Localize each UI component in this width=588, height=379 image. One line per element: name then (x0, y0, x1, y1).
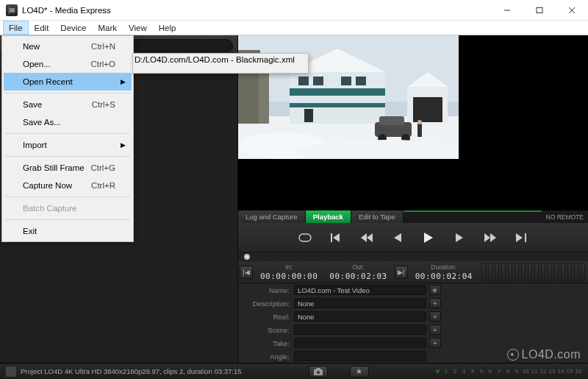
menu-import[interactable]: Import ▶ (4, 136, 132, 154)
scene-field[interactable] (294, 325, 426, 335)
meta-scene-row: Scene: + (238, 323, 588, 336)
play-button[interactable] (420, 230, 437, 246)
svg-rect-38 (413, 97, 442, 122)
audio-slider[interactable] (528, 263, 532, 281)
ch-label: 10 (522, 368, 529, 375)
shuttle-knob[interactable] (244, 254, 250, 260)
mode-tabs: Log and Capture Playback Edit to Tape NO… (238, 210, 588, 223)
menu-capture-label: Capture Now (23, 181, 72, 190)
audio-slider[interactable] (508, 263, 512, 281)
fast-fwd-button[interactable] (482, 230, 498, 246)
audio-slider[interactable] (554, 263, 559, 281)
recent-file-label: D:/LO4D.com/LO4D.com - Blackmagic.xml (135, 55, 295, 64)
app-icon (6, 4, 18, 16)
ch-label: 15 (566, 368, 573, 375)
menu-exit[interactable]: Exit (4, 222, 132, 240)
menu-capture-now[interactable]: Capture Now Ctrl+R (4, 177, 132, 194)
audio-slider[interactable] (521, 263, 526, 281)
menu-grab-shortcut: Ctrl+G (90, 163, 115, 172)
ch-label: 8 (504, 368, 512, 375)
go-end-button[interactable] (513, 230, 529, 246)
name-field[interactable]: LO4D.com - Test Video (294, 285, 426, 295)
video-indicator: V (436, 368, 440, 375)
menu-bar: File Edit Device Mark View Help (0, 21, 588, 35)
rewind-button[interactable] (359, 230, 375, 246)
tab-edit-to-tape[interactable]: Edit to Tape (351, 210, 404, 223)
audio-slider[interactable] (581, 263, 585, 281)
desc-field[interactable]: None (294, 298, 426, 308)
svg-rect-0 (9, 8, 15, 13)
angle-field[interactable] (294, 351, 426, 361)
menu-grab-still[interactable]: Grab Still Frame Ctrl+G (4, 159, 132, 177)
audio-slider[interactable] (534, 263, 539, 281)
take-field[interactable] (294, 338, 426, 348)
in-label: In: (285, 263, 292, 271)
svg-rect-47 (299, 234, 311, 241)
menu-new[interactable]: New Ctrl+N (4, 38, 132, 55)
reel-field[interactable]: None (294, 311, 426, 322)
menu-open[interactable]: Open... Ctrl+O (4, 55, 132, 73)
audio-slider[interactable] (574, 263, 578, 281)
mark-out-button[interactable]: ▶| (395, 266, 408, 279)
star-icon[interactable]: ★ (429, 285, 441, 295)
menu-help[interactable]: Help (153, 21, 182, 35)
go-start-button[interactable] (328, 230, 344, 246)
ch-label: 2 (451, 368, 459, 375)
status-bar: Project LO4D 4K Ultra HD 3840x2160p29.97… (0, 363, 588, 379)
menu-view[interactable]: View (123, 21, 153, 35)
plus-icon[interactable]: + (429, 298, 441, 308)
audio-slider[interactable] (488, 263, 492, 281)
menu-exit-label: Exit (23, 227, 37, 235)
audio-slider[interactable] (514, 263, 519, 281)
svg-rect-60 (316, 368, 320, 370)
menu-device[interactable]: Device (54, 21, 92, 35)
menu-save[interactable]: Save Ctrl+S (4, 96, 132, 113)
menu-open-recent[interactable]: Open Recent ▶ (4, 73, 132, 91)
capture-still-button[interactable] (309, 366, 328, 378)
audio-channel-indicator: V 1 2 3 4 5 6 7 8 9 10 11 12 13 14 15 16 (436, 368, 582, 375)
svg-rect-40 (379, 116, 404, 125)
plus-icon[interactable]: + (429, 338, 441, 348)
watermark-text: LO4D.com (522, 348, 581, 361)
desc-label: Description: (238, 300, 294, 308)
minimize-button[interactable] (491, 0, 523, 20)
out-value[interactable]: 00:00:02:03 (329, 272, 387, 281)
favorite-button[interactable]: ★ (350, 366, 369, 378)
mark-in-button[interactable]: |◀ (240, 266, 253, 279)
menu-save-as[interactable]: Save As... (4, 113, 132, 131)
loop-button[interactable] (297, 230, 313, 246)
take-label: Take: (238, 339, 294, 347)
chevron-right-icon: ▶ (121, 141, 126, 149)
audio-slider[interactable] (541, 263, 545, 281)
in-value[interactable]: 00:00:00:00 (260, 272, 318, 281)
tab-playback[interactable]: Playback (306, 210, 351, 223)
step-back-button[interactable] (390, 230, 406, 246)
viewer-panel: Log and Capture Playback Edit to Tape NO… (238, 35, 588, 363)
ch-label: 13 (548, 368, 556, 375)
chevron-right-icon: ▶ (121, 78, 126, 85)
audio-slider[interactable] (561, 263, 565, 281)
audio-slider[interactable] (501, 263, 506, 281)
menu-save-as-label: Save As... (23, 118, 61, 127)
step-fwd-button[interactable] (451, 230, 467, 246)
plus-icon[interactable]: + (429, 311, 441, 322)
audio-slider[interactable] (567, 263, 572, 281)
audio-slider[interactable] (481, 263, 486, 281)
menu-file[interactable]: File (3, 21, 29, 35)
shuttle-slider[interactable] (238, 252, 588, 261)
svg-rect-34 (356, 77, 366, 85)
svg-rect-32 (313, 77, 323, 85)
menu-edit[interactable]: Edit (29, 21, 55, 35)
tab-log-capture[interactable]: Log and Capture (238, 210, 306, 223)
transport-controls (238, 223, 588, 252)
globe-icon: ✦ (507, 349, 519, 361)
remote-status: NO REMOTE (542, 210, 588, 223)
audio-slider[interactable] (548, 263, 552, 281)
recent-file-item[interactable]: D:/LO4D.com/LO4D.com - Blackmagic.xml (135, 55, 306, 71)
plus-icon[interactable]: + (429, 325, 441, 335)
menu-mark[interactable]: Mark (93, 21, 123, 35)
out-label: Out: (352, 263, 364, 271)
maximize-button[interactable] (523, 0, 556, 20)
close-button[interactable] (556, 0, 588, 20)
audio-slider[interactable] (495, 263, 499, 281)
